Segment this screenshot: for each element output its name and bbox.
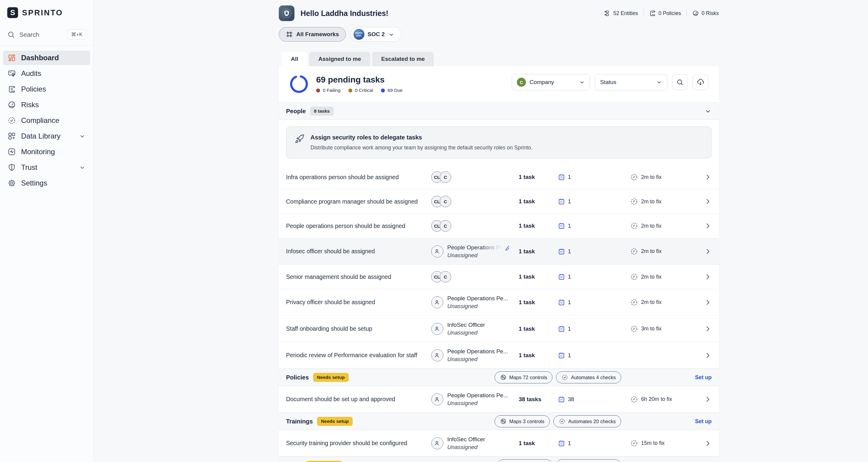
time-to-fix-icon: [630, 198, 638, 205]
chevron-right-icon[interactable]: [704, 173, 712, 181]
assignee-role: People Operations Pe...: [447, 348, 508, 355]
tab-assigned-to-me[interactable]: Assigned to me: [309, 52, 370, 66]
banner-description: Distribute compliance work among your te…: [310, 144, 532, 151]
tab-all[interactable]: All: [282, 52, 307, 66]
chevron-right-icon[interactable]: [704, 273, 712, 281]
export-button[interactable]: [692, 74, 708, 90]
calendar-icon: [558, 352, 565, 359]
task-tabs: All Assigned to me Escalated to me: [279, 52, 719, 66]
needs-setup-badge: Needs setup: [313, 373, 349, 382]
sidebar-item-label: Settings: [21, 179, 47, 187]
chevron-right-icon[interactable]: [704, 248, 712, 255]
task-row[interactable]: People operations person should be assig…: [279, 214, 719, 238]
calendar-icon: [558, 198, 565, 205]
sidebar-item-dashboard[interactable]: Dashboard: [3, 51, 90, 65]
chevron-right-icon[interactable]: [704, 325, 712, 333]
assignee-avatars[interactable]: CLC: [431, 171, 451, 183]
assignee-avatars[interactable]: CLC: [431, 271, 451, 283]
tab-escalated-to-me[interactable]: Escalated to me: [372, 52, 434, 66]
avatar: C: [440, 220, 451, 232]
header-stats: 52 Entities 0 Policies 0 Risks: [604, 9, 719, 17]
app-logo: S SPRINTO: [0, 0, 93, 24]
assignee-avatars[interactable]: CLC: [431, 220, 451, 232]
unassigned-person-icon: ,: [431, 349, 443, 361]
entities-stat[interactable]: 52 Entities: [604, 10, 638, 16]
policies-section-header[interactable]: Policies Needs setup Maps 72 controls Au…: [279, 369, 719, 386]
calendar-icon: [558, 273, 565, 280]
framework-selector[interactable]: AICPASOC SOC 2: [350, 27, 401, 41]
policies-stat[interactable]: 0 Policies: [649, 10, 681, 16]
chevron-right-icon[interactable]: [704, 395, 712, 403]
risks-stat[interactable]: 0 Risks: [692, 10, 719, 16]
svg-text:,: ,: [438, 398, 439, 401]
trust-icon: [7, 163, 16, 172]
framework-selected-label: SOC 2: [368, 31, 385, 38]
task-name: Document should be set up and approved: [286, 396, 431, 403]
sidebar-item-label: Trust: [21, 163, 37, 172]
chevron-right-icon[interactable]: [704, 198, 712, 205]
risks-section-header[interactable]: Risks Needs setup Maps 4 controls Automa…: [279, 457, 719, 462]
trainings-section-header[interactable]: Trainings Needs setup Maps 3 controls Au…: [279, 412, 719, 430]
sidebar-item-policies[interactable]: Policies: [3, 82, 90, 96]
policies-icon: [7, 85, 16, 93]
task-row[interactable]: Staff onboarding should be setup , InfoS…: [279, 316, 719, 342]
time-to-fix-icon: [630, 298, 638, 306]
sidebar-item-trust[interactable]: Trust: [3, 160, 90, 175]
status-filter-select[interactable]: Status: [595, 74, 667, 90]
task-count: 1 task: [519, 198, 558, 205]
time-to-fix-icon: [630, 439, 638, 447]
task-name: Staff onboarding should be setup: [286, 325, 431, 332]
chevron-down-icon[interactable]: [704, 107, 712, 115]
task-row[interactable]: Privacy officer should be assigned , Peo…: [279, 289, 719, 316]
sidebar-item-label: Compliance: [21, 116, 59, 125]
chevron-right-icon[interactable]: [704, 222, 712, 230]
settings-icon: [7, 179, 16, 187]
people-section-title: People: [286, 108, 306, 115]
sidebar: S SPRINTO Search ⌘+K Dashboard Audits Po…: [0, 0, 93, 462]
sidebar-item-monitoring[interactable]: Monitoring: [3, 144, 90, 159]
all-frameworks-button[interactable]: All Frameworks: [279, 27, 346, 41]
company-filter-select[interactable]: C Company: [512, 74, 590, 90]
task-row[interactable]: Document should be set up and approved ,…: [279, 386, 719, 412]
search-input[interactable]: Search ⌘+K: [0, 24, 93, 46]
time-to-fix-icon: [630, 395, 638, 403]
task-count: 1 task: [519, 299, 558, 306]
due-dot: [381, 89, 385, 93]
trainings-setup-link[interactable]: Set up: [621, 418, 712, 425]
avatar: C: [440, 271, 451, 283]
task-count: 1 task: [519, 273, 558, 280]
sidebar-item-label: Audits: [21, 69, 41, 78]
chevron-right-icon[interactable]: [704, 298, 712, 306]
task-row[interactable]: Compliance program manager should be ass…: [279, 190, 719, 214]
task-row[interactable]: Senior management should be assigned CLC…: [279, 265, 719, 289]
maps-controls-pill: Maps 3 controls: [495, 415, 550, 427]
task-row[interactable]: Security training provider should be con…: [279, 430, 719, 457]
task-row[interactable]: Periodic review of Performance evaluatio…: [279, 342, 719, 369]
task-name: Compliance program manager should be ass…: [286, 198, 431, 205]
assignee-avatars[interactable]: CLC: [431, 196, 451, 207]
maps-controls-pill: Maps 4 controls: [497, 459, 553, 462]
chevron-right-icon[interactable]: [704, 439, 712, 447]
assignee-role[interactable]: People Operations Pe: [447, 244, 509, 251]
risks-icon: [7, 101, 16, 109]
due-count: 38: [568, 396, 574, 403]
sidebar-item-data-library[interactable]: Data Library: [3, 129, 90, 143]
people-section-header[interactable]: People 8 tasks: [279, 102, 719, 120]
sidebar-item-risks[interactable]: Risks: [3, 98, 90, 112]
due-count: 1: [568, 299, 571, 306]
sidebar-item-settings[interactable]: Settings: [3, 176, 90, 190]
svg-text:,: ,: [438, 301, 439, 304]
assignee-status: Unassigned: [447, 444, 485, 451]
assignee-status: Unassigned: [447, 400, 508, 406]
task-row[interactable]: Infra operations person should be assign…: [279, 165, 719, 190]
chevron-down-icon: [388, 31, 395, 38]
policies-setup-link[interactable]: Set up: [621, 374, 712, 381]
sidebar-item-compliance[interactable]: Compliance: [3, 113, 90, 128]
due-count: 1: [568, 273, 571, 280]
search-tasks-button[interactable]: [672, 74, 688, 90]
audits-icon: [7, 69, 16, 78]
task-row[interactable]: Infosec officer should be assigned , Peo…: [279, 238, 719, 265]
chevron-right-icon[interactable]: [704, 352, 712, 359]
sidebar-item-audits[interactable]: Audits: [3, 66, 90, 81]
task-count: 38 tasks: [519, 396, 558, 403]
